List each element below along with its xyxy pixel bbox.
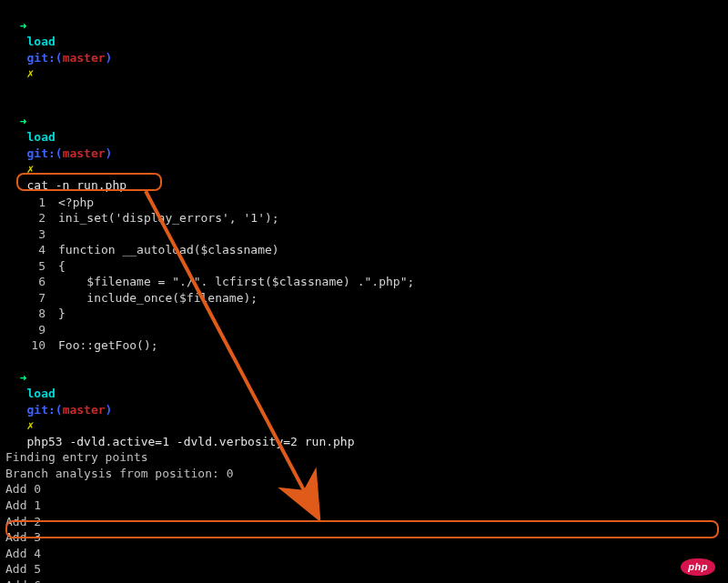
prompt-dir: load — [26, 35, 55, 48]
code-line: 10Foo::getFoo(); — [5, 337, 723, 354]
dirty-icon: ✗ — [26, 162, 34, 176]
php-badge-icon: php — [681, 558, 715, 576]
prompt-git-close: ) — [106, 51, 113, 65]
output-line: Add 1 — [5, 498, 723, 514]
prompt-git-open: git:( — [26, 146, 62, 160]
code-line: 5{ — [5, 258, 723, 275]
prompt-dir: load — [26, 130, 55, 144]
output-line: Add 2 — [5, 514, 723, 530]
command-text: php53 -dvld.active=1 -dvld.verbosity=2 r… — [26, 435, 354, 448]
command-text: cat -n run.php — [26, 178, 126, 192]
prompt-arrow-icon: ➜ — [20, 371, 27, 385]
code-line: 8} — [5, 306, 723, 322]
prompt-line[interactable]: ➜ load git:(master) ✗ cat -n run.php — [5, 97, 723, 193]
prompt-git-open: git:( — [26, 403, 62, 417]
code-line: 6 $filename = "./". lcfirst($classname) … — [5, 274, 723, 290]
output-line: Add 6 — [5, 578, 723, 583]
prompt-git-close: ) — [106, 403, 113, 417]
output-line: Add 3 — [5, 529, 723, 546]
code-line: 3 — [5, 226, 723, 243]
prompt-git-open: git:( — [26, 51, 62, 65]
output-line: Branch analysis from position: 0 — [5, 466, 723, 482]
code-line: 2ini_set('display_errors', '1'); — [5, 210, 723, 226]
vld-output: Finding entry points Branch analysis fro… — [5, 449, 723, 583]
prompt-branch: master — [63, 146, 106, 160]
output-line: Add 0 — [5, 481, 723, 498]
prompt-branch: master — [63, 403, 106, 417]
prompt-line[interactable]: ➜ load git:(master) ✗ php53 -dvld.active… — [5, 354, 723, 449]
code-line: 4function __autoload($classname) — [5, 242, 723, 258]
dirty-icon: ✗ — [26, 418, 34, 432]
prompt-arrow-icon: ➜ — [20, 19, 27, 33]
output-line: Add 5 — [5, 561, 723, 578]
prompt-line[interactable]: ➜ load git:(master) ✗ — [5, 2, 723, 97]
code-line: 7 include_once($filename); — [5, 290, 723, 307]
cat-output: 1<?php 2ini_set('display_errors', '1'); … — [5, 195, 723, 354]
code-line: 9 — [5, 322, 723, 338]
output-line: Add 4 — [5, 546, 723, 562]
prompt-git-close: ) — [106, 146, 113, 160]
output-line: Finding entry points — [5, 449, 723, 466]
prompt-branch: master — [63, 51, 106, 65]
code-line: 1<?php — [5, 195, 723, 211]
dirty-icon: ✗ — [26, 66, 34, 80]
prompt-dir: load — [26, 387, 55, 400]
prompt-arrow-icon: ➜ — [20, 115, 27, 128]
